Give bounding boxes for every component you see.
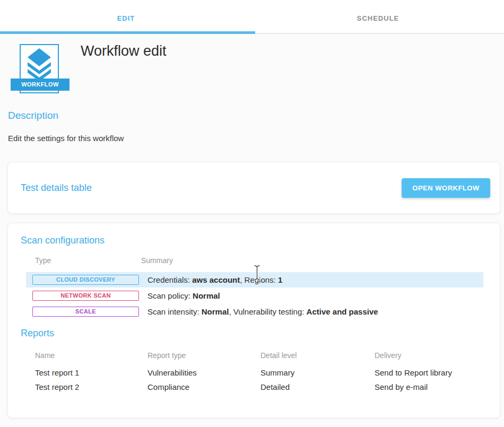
reports-table: Name Report type Detail level Delivery T… xyxy=(26,350,483,394)
reports-heading: Reports xyxy=(21,328,500,339)
report-row[interactable]: Test report 2ComplianceDetailedSend by e… xyxy=(26,380,483,394)
report-cell: Vulnerabilities xyxy=(147,368,260,377)
description-heading: Description xyxy=(8,110,504,121)
scan-col-type: Type xyxy=(26,256,141,268)
scan-config-row[interactable]: NETWORK SCANScan policy: Normal xyxy=(26,288,483,303)
active-tab-indicator xyxy=(0,31,255,34)
report-cell: Send by e-mail xyxy=(375,382,483,391)
tab-bar: EDIT SCHEDULE xyxy=(0,0,504,34)
report-cell: Compliance xyxy=(147,382,260,391)
reports-table-header: Name Report type Detail level Delivery xyxy=(26,350,483,361)
text-select-cursor xyxy=(253,265,261,283)
workflow-icon-banner: WORKFLOW xyxy=(11,79,69,91)
reports-col-delivery: Delivery xyxy=(375,351,483,360)
scan-type-badge: SCALE xyxy=(32,307,139,317)
open-workflow-button[interactable]: OPEN WORKFLOW xyxy=(402,178,490,198)
report-rows: Test report 1VulnerabilitiesSummarySend … xyxy=(26,365,483,394)
scan-summary-cell: Scan intensity: Normal, Vulnerability te… xyxy=(141,307,378,316)
page-title: Workflow edit xyxy=(81,43,167,59)
scan-configurations-card: Scan configurations Type Summary CLOUD D… xyxy=(7,223,500,418)
report-cell: Summary xyxy=(260,368,375,377)
report-cell: Send to Report library xyxy=(375,368,483,377)
scan-summary-cell: Scan policy: Normal xyxy=(141,291,220,300)
report-cell: Test report 2 xyxy=(26,382,147,391)
scan-configurations-heading: Scan configurations xyxy=(21,235,500,246)
reports-col-report-type: Report type xyxy=(147,351,260,360)
description-text: Edit the settings for this workflow xyxy=(8,134,504,143)
report-cell: Detailed xyxy=(260,382,375,391)
scan-type-cell: SCALE xyxy=(26,307,141,317)
tab-edit[interactable]: EDIT xyxy=(0,0,252,34)
scan-type-cell: CLOUD DISCOVERY xyxy=(26,275,141,285)
workflow-header: WORKFLOW Workflow edit xyxy=(0,44,504,95)
report-cell: Test report 1 xyxy=(26,368,147,377)
scan-config-row[interactable]: SCALEScan intensity: Normal, Vulnerabili… xyxy=(26,304,483,319)
tab-schedule[interactable]: SCHEDULE xyxy=(252,0,504,34)
test-details-card: Test details table OPEN WORKFLOW xyxy=(7,162,500,214)
test-details-heading: Test details table xyxy=(21,182,92,194)
scan-type-badge: NETWORK SCAN xyxy=(32,291,139,301)
report-row[interactable]: Test report 1VulnerabilitiesSummarySend … xyxy=(26,365,483,380)
scan-summary-cell: Credentials: aws account, Regions: 1 xyxy=(141,275,282,284)
reports-col-name: Name xyxy=(26,351,147,360)
scan-type-badge: CLOUD DISCOVERY xyxy=(32,275,139,285)
layers-icon xyxy=(24,48,54,80)
scan-type-cell: NETWORK SCAN xyxy=(26,291,141,301)
reports-col-detail-level: Detail level xyxy=(260,351,375,360)
scan-col-summary: Summary xyxy=(141,256,173,268)
